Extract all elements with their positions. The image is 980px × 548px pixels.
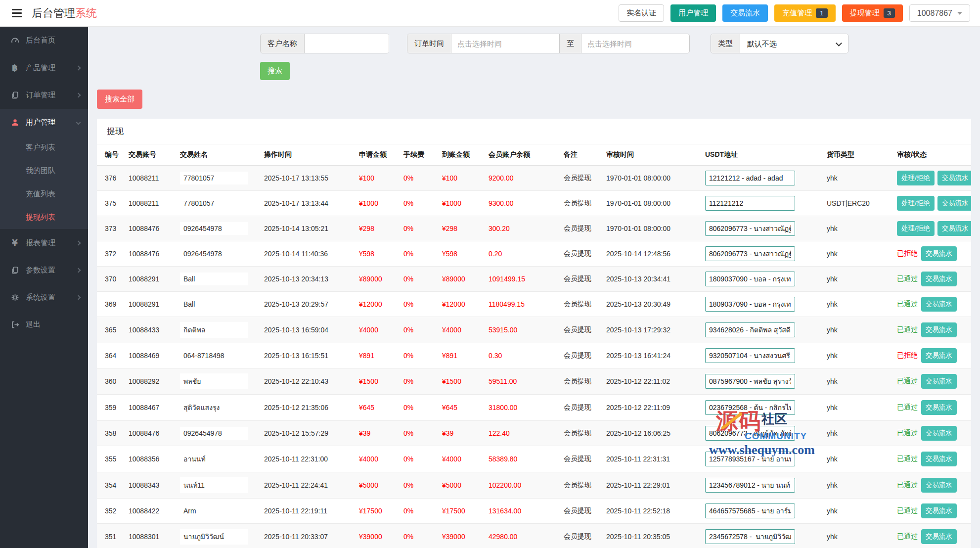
usdt-address-input[interactable] [705, 171, 795, 185]
type-group: 类型 默认不选 [711, 34, 848, 53]
transaction-flow-row-button[interactable]: 交易流水 [921, 322, 957, 337]
cell-name: 77801057 [176, 166, 260, 191]
cell-id: 375 [97, 191, 125, 216]
cell-amount: ¥5000 [355, 472, 400, 499]
customer-name-input[interactable] [305, 34, 389, 53]
transaction-flow-row-button[interactable]: 交易流水 [921, 297, 957, 312]
cell-usdt [701, 216, 823, 241]
transaction-flow-row-button[interactable]: 交易流水 [921, 400, 957, 415]
time-from-input[interactable] [451, 34, 559, 53]
process-reject-button[interactable]: 处理/拒绝 [897, 221, 935, 236]
cell-receive: ¥298 [438, 216, 485, 241]
cell-remark: 会员提现 [560, 241, 602, 267]
sidebar-item-orders[interactable]: 订单管理 [0, 82, 88, 109]
transaction-flow-row-button[interactable]: 交易流水 [921, 503, 957, 518]
transaction-flow-row-button[interactable]: 交易流水 [937, 196, 971, 211]
sidebar-item-my-team[interactable]: 我的团队 [0, 159, 88, 183]
recharge-management-button[interactable]: 充值管理1 [774, 4, 835, 22]
dashboard-icon [9, 36, 21, 45]
type-select[interactable]: 默认不选 [740, 34, 848, 53]
cell-fee: 0% [400, 216, 438, 241]
transaction-flow-row-button[interactable]: 交易流水 [937, 221, 971, 236]
transaction-flow-row-button[interactable]: 交易流水 [921, 529, 957, 544]
usdt-address-input[interactable] [705, 400, 795, 415]
sidebar-item-dashboard[interactable]: 后台首页 [0, 27, 88, 54]
transaction-flow-row-button[interactable]: 交易流水 [921, 426, 957, 441]
sidebar-item-products[interactable]: ฿产品管理 [0, 54, 88, 82]
cell-usdt [701, 191, 823, 216]
cell-id: 355 [97, 446, 125, 472]
cell-account: 10088476 [125, 241, 176, 267]
cell-id: 360 [97, 368, 125, 395]
user-management-button[interactable]: 用户管理 [670, 4, 716, 22]
withdraw-management-button[interactable]: 提现管理3 [842, 4, 903, 22]
usdt-address-input[interactable] [705, 348, 795, 363]
cell-currency: yhk [823, 292, 893, 317]
usdt-address-input[interactable] [705, 221, 795, 236]
transaction-flow-row-button[interactable]: 交易流水 [937, 171, 971, 185]
user-id-label: 10087867 [917, 9, 952, 18]
files-icon [9, 91, 21, 99]
cell-fee: 0% [400, 343, 438, 368]
cell-op-time: 2025-10-14 11:40:36 [260, 241, 355, 267]
transaction-flow-row-button[interactable]: 交易流水 [921, 246, 957, 261]
search-button[interactable]: 搜索 [260, 62, 290, 80]
gears-icon [9, 293, 21, 302]
realname-auth-button[interactable]: 实名认证 [619, 4, 664, 22]
usdt-address-input[interactable] [705, 478, 795, 493]
sidebar-item-system[interactable]: 系统设置 [0, 284, 88, 311]
column-header: 申请金额 [355, 144, 400, 166]
cell-receive: ¥5000 [438, 472, 485, 499]
time-to-input[interactable] [581, 34, 689, 53]
chevron-right-icon [76, 65, 81, 70]
usdt-address-input[interactable] [705, 272, 795, 286]
usdt-address-input[interactable] [705, 196, 795, 211]
usdt-address-input[interactable] [705, 503, 795, 518]
cell-balance: 31800.00 [485, 395, 560, 421]
usdt-address-input[interactable] [705, 374, 795, 389]
sidebar-item-customer-list[interactable]: 客户列表 [0, 136, 88, 159]
sidebar-item-params[interactable]: 参数设置 [0, 257, 88, 284]
usdt-address-input[interactable] [705, 322, 795, 337]
customer-name-redacted: 0926454978 [180, 427, 248, 440]
search-all-button[interactable]: 搜索全部 [97, 90, 142, 109]
status-approved: 已通过 [897, 481, 918, 489]
sidebar-item-reports[interactable]: ¥报表管理 [0, 229, 88, 257]
cell-id: 352 [97, 499, 125, 524]
cell-name: Arm [176, 499, 260, 524]
transaction-flow-row-button[interactable]: 交易流水 [921, 348, 957, 363]
filter-bar: 客户名称 订单时间 至 类型 默认不选 [260, 34, 971, 53]
cell-usdt [701, 472, 823, 499]
usdt-address-input[interactable] [705, 426, 795, 441]
process-reject-button[interactable]: 处理/拒绝 [897, 171, 935, 185]
cell-fee: 0% [400, 241, 438, 267]
cell-balance: 0.30 [485, 343, 560, 368]
sidebar: 后台首页฿产品管理订单管理用户管理客户列表我的团队充值列表提现列表¥报表管理参数… [0, 27, 88, 548]
cell-id: 376 [97, 166, 125, 191]
usdt-address-input[interactable] [705, 529, 795, 544]
cell-fee: 0% [400, 499, 438, 524]
usdt-address-input[interactable] [705, 246, 795, 261]
transaction-flow-row-button[interactable]: 交易流水 [921, 272, 957, 286]
usdt-address-input[interactable] [705, 452, 795, 466]
sidebar-item-recharge-list[interactable]: 充值列表 [0, 183, 88, 206]
cell-op-time: 2025-10-13 20:29:57 [260, 292, 355, 317]
to-label: 至 [559, 34, 581, 53]
transaction-flow-row-button[interactable]: 交易流水 [921, 374, 957, 389]
hamburger-menu-icon[interactable] [10, 7, 24, 19]
transaction-flow-button[interactable]: 交易流水 [722, 4, 768, 22]
user-id-dropdown[interactable]: 10087867 [909, 4, 970, 22]
process-reject-button[interactable]: 处理/拒绝 [897, 196, 935, 211]
sidebar-item-users[interactable]: 用户管理 [0, 109, 88, 136]
transaction-flow-row-button[interactable]: 交易流水 [921, 452, 957, 466]
transaction-flow-row-button[interactable]: 交易流水 [921, 478, 957, 493]
sidebar-item-withdraw-list[interactable]: 提现列表 [0, 206, 88, 229]
cell-amount: ¥17500 [355, 499, 400, 524]
cell-receive: ¥1000 [438, 191, 485, 216]
sidebar-item-logout[interactable]: 退出 [0, 311, 88, 338]
cell-op-time: 2025-10-11 20:33:07 [260, 524, 355, 548]
usdt-address-input[interactable] [705, 297, 795, 312]
cell-amount: ¥89000 [355, 267, 400, 292]
cell-balance: 9300.00 [485, 191, 560, 216]
status-approved: 已通过 [897, 429, 918, 437]
